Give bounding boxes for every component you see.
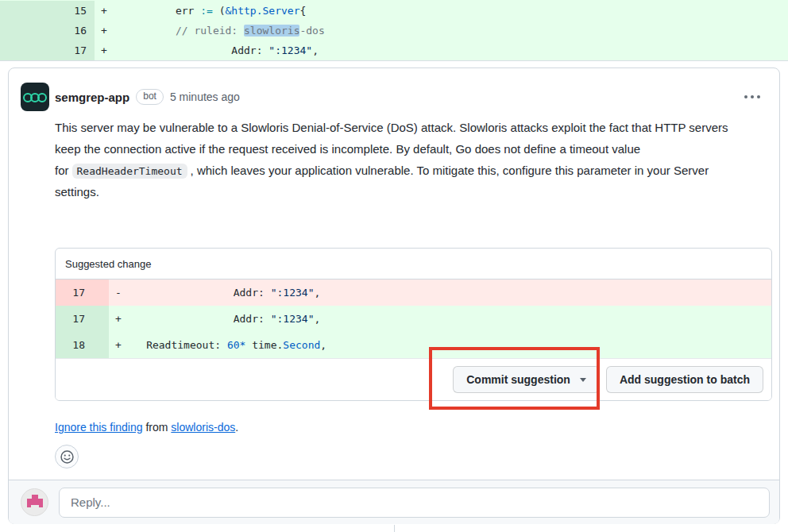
code-line: - Addr: ":1234", [109,279,320,306]
review-comment-card: semgrep-app bot 5 minutes ago This serve… [8,67,780,524]
reply-input[interactable] [59,488,770,518]
suggestion-actions: Commit suggestion Add suggestion to batc… [56,358,771,400]
suggested-change-title: Suggested change [56,249,771,279]
user-avatar [21,488,48,516]
line-number: 15 [0,1,95,21]
bot-badge: bot [136,89,164,105]
commit-suggestion-button[interactable]: Commit suggestion [453,366,600,393]
add-reaction-button[interactable] [55,445,79,468]
commit-suggestion-label: Commit suggestion [466,373,570,386]
semgrep-logo-ring [37,93,47,102]
from-text: from [143,421,172,434]
kebab-menu-icon[interactable] [736,91,768,103]
add-suggestion-to-batch-button[interactable]: Add suggestion to batch [606,366,763,393]
rule-link[interactable]: slowloris-dos [171,421,235,434]
period-text: . [235,421,238,434]
diff-line: 16+ // ruleid: slowloris-dos [0,21,788,40]
inline-code-span: ReadHeaderTimeout [72,164,187,179]
comment-header: semgrep-app bot 5 minutes ago [9,68,779,111]
comment-body: This server may be vulnerable to a Slowl… [9,111,755,202]
smiley-icon [60,450,74,464]
line-number: 17 [56,279,109,306]
diff-column-divider [394,525,395,532]
code-line: + Readtimeout: 60* time.Second, [109,332,326,358]
diff-line: 18+ Readtimeout: 60* time.Second, [56,332,771,358]
suggested-change-box: Suggested change 17- Addr: ":1234",17+ A… [55,248,772,401]
diff-context-block: 15+ err := (&http.Server{16+ // ruleid: … [0,0,788,61]
add-to-batch-label: Add suggestion to batch [620,373,750,386]
diff-line: 17+ Addr: ":1234", [0,40,788,60]
ignore-finding-link[interactable]: Ignore this finding [55,421,143,434]
suggested-change-diff: 17- Addr: ":1234",17+ Addr: ":1234",18+ … [56,279,771,358]
diff-line: 15+ err := (&http.Server{ [0,1,788,21]
diff-line: 17- Addr: ":1234", [56,279,771,306]
chevron-down-icon [580,378,586,382]
semgrep-bot-avatar[interactable] [21,83,49,111]
line-number: 16 [0,21,95,40]
line-number: 17 [56,306,109,332]
diff-line: 17+ Addr: ":1234", [56,306,771,332]
code-line: + Addr: ":1234", [95,40,319,60]
line-number: 17 [0,40,95,60]
code-line: + err := (&http.Server{ [95,1,306,21]
code-line: + // ruleid: slowloris-dos [95,21,325,40]
reply-bar [9,480,779,524]
line-number: 18 [56,332,109,358]
author-name[interactable]: semgrep-app [55,91,129,104]
code-line: + Addr: ":1234", [109,306,320,332]
ignore-finding-line: Ignore this finding from slowloris-dos. [55,421,779,434]
timestamp[interactable]: 5 minutes ago [170,91,240,103]
